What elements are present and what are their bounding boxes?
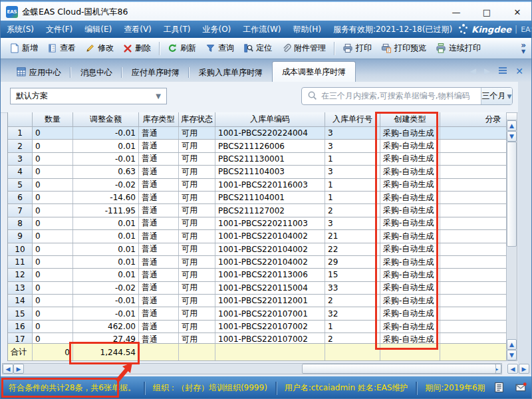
scroll-right-icon[interactable]: ▶ bbox=[519, 364, 529, 374]
status-user: 用户名:ctcaiadmin 姓名:EAS维护 bbox=[277, 382, 416, 394]
table-row-4[interactable]: 400.63普通可用PBCS2111040033采购-自动生成 bbox=[8, 166, 507, 178]
toolbar-button-query[interactable]: 查询 bbox=[201, 41, 239, 56]
cell-line: 3 bbox=[325, 127, 380, 139]
column-header-5[interactable]: 入库单编码 bbox=[215, 112, 325, 126]
close-button[interactable]: ✕ bbox=[502, 2, 532, 22]
scheme-select[interactable]: 默认方案 ▼ bbox=[10, 88, 167, 104]
print-preview-icon bbox=[381, 43, 392, 53]
table-row-9[interactable]: 900.01普通可用1001-PBCS22010400221采购-自动生成 bbox=[8, 230, 507, 243]
cell-line: 2 bbox=[325, 204, 380, 216]
table-row-14[interactable]: 140-0.01普通可用1001-PBCS2201120012采购-自动生成 bbox=[8, 295, 507, 307]
toolbar-button-print-preview[interactable]: 打印预览 bbox=[376, 41, 431, 56]
tab-scroll-left-icon[interactable]: ◀ bbox=[470, 66, 476, 76]
service-validity: 服务有效期:2021-12-18(已过期) bbox=[327, 24, 458, 35]
menu-item-3[interactable]: 编辑(E) bbox=[78, 24, 118, 35]
menu-item-2[interactable]: 文件(F) bbox=[40, 24, 78, 35]
cell-entry bbox=[440, 127, 507, 139]
toolbar-overflow-button[interactable]: »▼ bbox=[521, 43, 526, 55]
toolbar-button-new-doc[interactable]: 新增 bbox=[5, 41, 43, 56]
status-period: 期间:2019年6期 bbox=[417, 382, 493, 394]
tab-scroll-right-icon[interactable]: ▶ bbox=[484, 66, 490, 76]
cell-type: 普通 bbox=[139, 321, 179, 332]
cell-status: 可用 bbox=[179, 166, 215, 178]
cell-code: PBCS211130001 bbox=[215, 153, 325, 165]
tab-2[interactable]: 消息中心 bbox=[71, 64, 122, 82]
vertical-scrollbar[interactable]: ▲ ▼ ▲ ▼ bbox=[506, 112, 517, 361]
column-header-2[interactable]: 调整金额 bbox=[73, 112, 139, 126]
menu-item-1[interactable]: 系统(S) bbox=[1, 24, 40, 35]
table-row-16[interactable]: 160462.00普通可用1001-PBCS2201070021采购-自动生成 bbox=[8, 321, 507, 333]
toolbar-button-edit[interactable]: 修改 bbox=[80, 41, 118, 56]
menu-item-8[interactable]: 帮助(H) bbox=[287, 24, 327, 35]
table-row-15[interactable]: 150-0.01普通可用1001-PBCS22010700132采购-自动生成 bbox=[8, 307, 507, 320]
cell-qty: 0 bbox=[33, 179, 73, 191]
secondary-horizontal-scrollbar[interactable]: ◀ ▶ bbox=[507, 363, 531, 374]
column-header-1[interactable]: 数量 bbox=[33, 112, 73, 126]
table-row-10[interactable]: 1000.01普通可用1001-PBCS22010400222采购-自动生成 bbox=[8, 243, 507, 256]
column-header-6[interactable]: 入库单行号 bbox=[325, 112, 380, 126]
table-row-5[interactable]: 50-0.02普通可用1001-PBCS2201160031采购-自动生成 bbox=[8, 179, 507, 192]
tab-5[interactable]: 成本调整单序时簿 bbox=[272, 61, 356, 82]
toolbar-button-delete[interactable]: 删除 bbox=[118, 41, 156, 56]
horizontal-scrollbar[interactable]: ◀ ▶ ◀ ▶ bbox=[2, 363, 502, 374]
cell-type: 普通 bbox=[139, 127, 179, 139]
vertical-scroll-thumb[interactable] bbox=[507, 142, 517, 247]
search-range-select[interactable]: 三个月 ▼ bbox=[481, 88, 512, 104]
menu-item-4[interactable]: 查看(V) bbox=[118, 24, 158, 35]
minimize-button[interactable]: — bbox=[441, 2, 471, 22]
kingdee-dots-icon bbox=[458, 24, 469, 35]
tab-close-icon[interactable]: ✕ bbox=[515, 66, 523, 76]
search-input[interactable]: 在三个月内搜索,可搜索单据编号,物料编码 bbox=[302, 88, 481, 104]
table-row-7[interactable]: 70-111.95普通可用PBCS2111270022采购-自动生成 bbox=[8, 204, 507, 217]
toolbar-button-refresh[interactable]: 刷新 bbox=[163, 41, 201, 56]
table-row-17[interactable]: 17027.49普通可用1001-PBCS2201070022采购-自动生成 bbox=[8, 333, 507, 343]
scroll-up-icon[interactable]: ▲ bbox=[507, 339, 517, 350]
column-header-7[interactable]: 创建类型 bbox=[380, 112, 440, 126]
horizontal-scroll-thumb[interactable] bbox=[302, 364, 496, 374]
toolbar-button-label: 修改 bbox=[98, 43, 114, 54]
column-header-3[interactable]: 库存类型 bbox=[139, 112, 179, 126]
table-row-2[interactable]: 200.01普通可用PBCS2111260063采购-自动生成 bbox=[8, 140, 507, 152]
status-bar: 符合条件的共计28条，共6张单据。 组织：（封存）培训组织(9999) 用户名:… bbox=[1, 376, 532, 399]
menu-item-6[interactable]: 业务(O) bbox=[196, 24, 237, 35]
table-row-12[interactable]: 1200.01普通可用1001-PBCS22011300615采购-自动生成 bbox=[8, 269, 507, 281]
menu-item-5[interactable]: 工具(T) bbox=[158, 24, 197, 35]
cell-code: PBCS211126006 bbox=[215, 140, 325, 152]
tab-list-icon[interactable] bbox=[498, 66, 507, 76]
table-row-11[interactable]: 1100.01普通可用1001-PBCS22010400229采购-自动生成 bbox=[8, 256, 507, 269]
column-header-8[interactable]: 分录 bbox=[440, 112, 507, 126]
cell-qty: 0 bbox=[33, 282, 73, 294]
toolbar-button-view[interactable]: 查看 bbox=[43, 41, 80, 56]
scroll-down-icon[interactable]: ▼ bbox=[507, 350, 517, 360]
table-row-6[interactable]: 60-14.60普通可用PBCS2111040011采购-自动生成 bbox=[8, 192, 507, 204]
toolbar-button-attachment[interactable]: 附件管理 bbox=[277, 41, 331, 56]
grid-header-row: 数量调整金额库存类型库存状态入库单编码入库单行号创建类型分录 bbox=[8, 112, 507, 127]
toolbar-button-label: 打印 bbox=[356, 43, 372, 54]
column-header-4[interactable]: 库存状态 bbox=[179, 112, 215, 126]
toolbar-button-print[interactable]: 打印 bbox=[338, 41, 376, 56]
cell-amount: -14.60 bbox=[73, 192, 139, 203]
scroll-left-icon[interactable]: ◀ bbox=[3, 364, 13, 374]
report-icon[interactable] bbox=[493, 382, 505, 395]
scroll-down-icon[interactable]: ▼ bbox=[507, 131, 517, 142]
tab-4[interactable]: 采购入库单序时簿 bbox=[190, 64, 272, 82]
table-row-3[interactable]: 30-0.01普通可用PBCS2111300011采购-自动生成 bbox=[8, 153, 507, 166]
cell-line: 2 bbox=[325, 333, 380, 343]
toolbar-button-locate[interactable]: 定位 bbox=[239, 41, 277, 56]
tab-1[interactable]: 应用中心 bbox=[7, 64, 70, 82]
scroll-left-icon[interactable]: ◀ bbox=[507, 364, 518, 374]
column-header-rownum[interactable] bbox=[8, 112, 33, 126]
toolbar-button-print-continuous[interactable]: 连续打印 bbox=[431, 41, 485, 56]
tab-bar: 应用中心消息中心应付单序时簿采购入库单序时簿成本调整单序时簿 ◀ ▶ ✕ bbox=[1, 59, 532, 82]
table-row-1[interactable]: 10-0.01普通可用1001-PBCS2202240043采购-自动生成 bbox=[8, 127, 507, 140]
maximize-button[interactable]: □ bbox=[471, 2, 502, 22]
scroll-up-icon[interactable]: ▲ bbox=[507, 120, 517, 131]
menu-item-7[interactable]: 工作流(W) bbox=[237, 24, 287, 35]
table-row-13[interactable]: 130-0.02普通可用1001-PBCS22011500433采购-自动生成 bbox=[8, 282, 507, 295]
tab-3[interactable]: 应付单序时簿 bbox=[122, 64, 189, 82]
scroll-right-icon[interactable]: ▶ bbox=[13, 364, 24, 374]
mail-icon[interactable] bbox=[515, 382, 527, 395]
cell-created: 采购-自动生成 bbox=[380, 321, 440, 332]
table-row-8[interactable]: 800.01普通可用1001-PBCS2202110033采购-自动生成 bbox=[8, 217, 507, 230]
cell-code: 1001-PBCS220211003 bbox=[215, 217, 325, 229]
